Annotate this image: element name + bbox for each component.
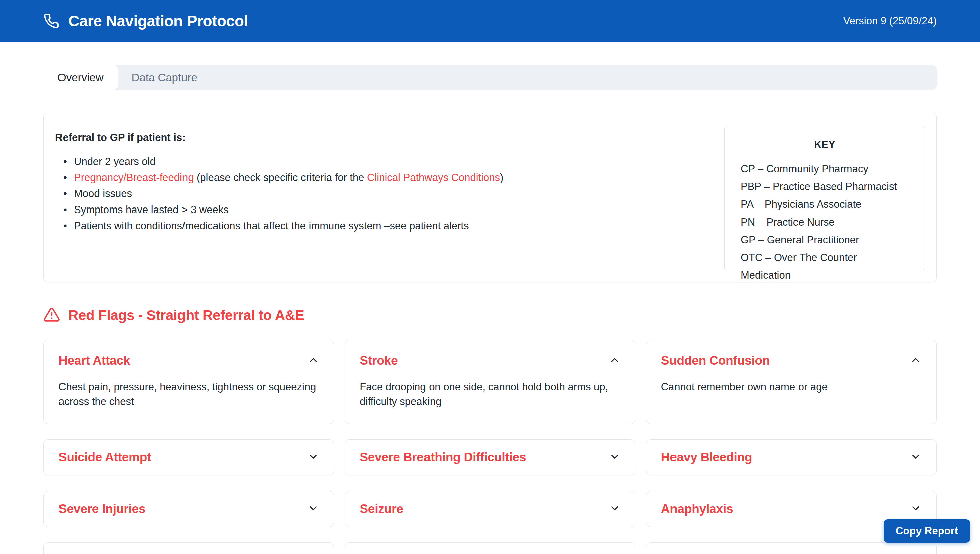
page-title: Care Navigation Protocol xyxy=(68,12,248,30)
list-item: Symptoms have lasted > 3 weeks xyxy=(55,202,724,218)
card-body: Face drooping on one side, cannot hold b… xyxy=(360,380,620,409)
list-item: Patients with conditions/medications tha… xyxy=(55,218,724,234)
clinical-pathways-link[interactable]: Clinical Pathways Conditions xyxy=(367,172,500,183)
card-heavy-bleeding[interactable]: Heavy Bleeding xyxy=(646,439,937,476)
card-heart-attack[interactable]: Heart Attack Chest pain, pressure, heavi… xyxy=(43,340,334,424)
card-sudden-confusion[interactable]: Sudden Confusion Cannot remember own nam… xyxy=(646,340,937,424)
card-title: Sudden Confusion xyxy=(661,353,770,368)
key-title: KEY xyxy=(741,138,908,151)
list-item: PA – Physicians Associate xyxy=(741,196,908,213)
card-sepsis-baby-young-child[interactable]: SEPSIS in Baby or Young Child xyxy=(344,542,635,554)
copy-report-button[interactable]: Copy Report xyxy=(884,519,970,543)
chevron-up-icon[interactable] xyxy=(910,354,921,367)
chevron-down-icon[interactable] xyxy=(910,451,921,464)
card-sepsis-adult-older-child[interactable]: SEPSIS in Adult or Older Child xyxy=(646,542,937,554)
card-severe-breathing-difficulties[interactable]: Severe Breathing Difficulties xyxy=(344,439,635,476)
chevron-up-icon[interactable] xyxy=(609,354,620,367)
phone-icon xyxy=(43,13,59,29)
card-title: Heart Attack xyxy=(59,353,130,368)
chevron-down-icon[interactable] xyxy=(609,503,620,515)
card-body: Chest pain, pressure, heaviness, tightne… xyxy=(59,380,319,409)
warning-triangle-icon xyxy=(43,306,60,325)
tab-data-capture[interactable]: Data Capture xyxy=(118,65,211,89)
list-item: Under 2 years old xyxy=(55,154,724,170)
chevron-up-icon[interactable] xyxy=(308,354,319,367)
app-header: Care Navigation Protocol Version 9 (25/0… xyxy=(0,0,980,42)
list-item: PBP – Practice Based Pharmacist xyxy=(741,178,908,196)
list-item: GP – General Practitioner xyxy=(741,231,908,248)
card-seizure[interactable]: Seizure xyxy=(344,491,635,527)
pregnancy-link[interactable]: Pregnancy/Breast-feeding xyxy=(74,172,194,183)
tab-bar: Overview Data Capture xyxy=(43,65,937,89)
list-item: Mood issues xyxy=(55,186,724,202)
card-stroke[interactable]: Stroke Face drooping on one side, cannot… xyxy=(344,340,635,424)
red-flags-grid: Heart Attack Chest pain, pressure, heavi… xyxy=(43,340,937,554)
chevron-down-icon[interactable] xyxy=(910,503,921,515)
card-title: Severe Injuries xyxy=(59,502,145,516)
chevron-down-icon[interactable] xyxy=(609,451,620,464)
card-title: Stroke xyxy=(360,353,398,368)
list-item: PN – Practice Nurse xyxy=(741,213,908,231)
list-item: OTC – Over The Counter Medication xyxy=(741,248,908,284)
chevron-down-icon[interactable] xyxy=(308,503,319,515)
card-severe-injuries[interactable]: Severe Injuries xyxy=(43,491,334,527)
tab-overview[interactable]: Overview xyxy=(43,65,118,89)
referral-list: Under 2 years old Pregnancy/Breast-feedi… xyxy=(55,154,724,234)
referral-title: Referral to GP if patient is: xyxy=(55,132,724,144)
key-box: KEY CP – Community Pharmacy PBP – Practi… xyxy=(724,126,925,271)
red-flags-heading: Red Flags - Straight Referral to A&E xyxy=(68,307,304,323)
card-title: Heavy Bleeding xyxy=(661,451,752,465)
card-title: Suicide Attempt xyxy=(59,451,151,465)
version-label: Version 9 (25/09/24) xyxy=(843,15,937,27)
chevron-down-icon[interactable] xyxy=(308,451,319,464)
card-title: Anaphylaxis xyxy=(661,502,733,516)
card-suicide-attempt[interactable]: Suicide Attempt xyxy=(43,439,334,476)
card-body: Cannot remember own name or age xyxy=(661,380,921,394)
card-title: Seizure xyxy=(360,502,403,516)
referral-card: Referral to GP if patient is: Under 2 ye… xyxy=(43,113,937,282)
card-meningitis[interactable]: Meningitis xyxy=(43,542,334,554)
key-list: CP – Community Pharmacy PBP – Practice B… xyxy=(741,160,908,284)
list-item: CP – Community Pharmacy xyxy=(741,160,908,178)
list-item: Pregnancy/Breast-feeding (please check s… xyxy=(55,170,724,186)
card-title: Severe Breathing Difficulties xyxy=(360,451,526,465)
